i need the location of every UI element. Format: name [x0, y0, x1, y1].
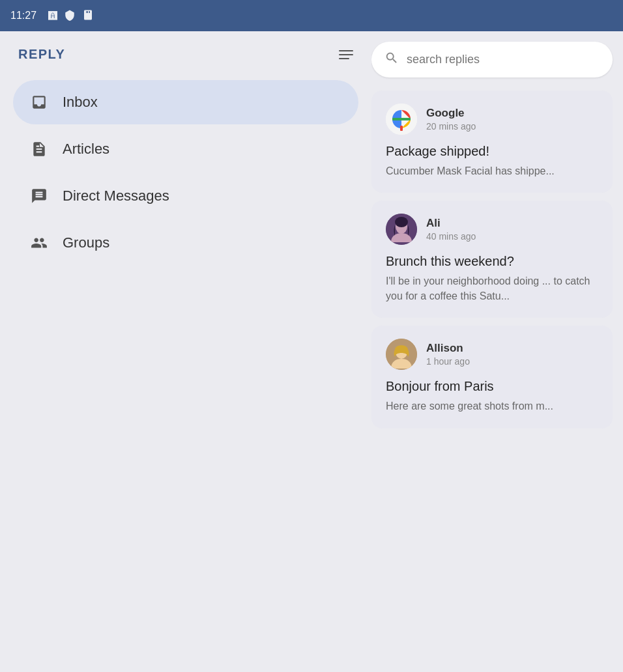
app-title: REPLY [18, 47, 65, 62]
sidebar-header: REPLY [13, 47, 358, 62]
avatar-ali [386, 214, 417, 245]
articles-icon [29, 139, 50, 160]
search-icon [384, 51, 399, 68]
message-preview-allison: Here are some great shots from m... [386, 399, 598, 413]
svg-rect-2 [392, 118, 411, 120]
message-header-ali: Ali 40 mins ago [386, 214, 598, 245]
sidebar-item-groups-label: Groups [63, 234, 109, 251]
message-header-allison: Allison 1 hour ago [386, 339, 598, 370]
app-container: REPLY Inbox Articles Direct Messag [0, 31, 623, 672]
sender-name-ali: Ali [426, 217, 476, 230]
sender-name-google: Google [426, 107, 476, 120]
avatar-allison [386, 339, 417, 370]
message-card-ali[interactable]: Ali 40 mins ago Brunch this weekend? I'l… [371, 201, 613, 318]
svg-point-5 [395, 217, 408, 227]
sidebar-item-direct-messages[interactable]: Direct Messages [13, 174, 358, 218]
sidebar-item-direct-messages-label: Direct Messages [63, 188, 169, 204]
sidebar-item-inbox-label: Inbox [63, 94, 98, 111]
message-card-google[interactable]: Google 20 mins ago Package shipped! Cucu… [371, 91, 613, 193]
message-subject-allison: Bonjour from Paris [386, 379, 598, 394]
sidebar-item-articles-label: Articles [63, 141, 109, 158]
message-header-google: Google 20 mins ago [386, 104, 598, 135]
sender-info-google: Google 20 mins ago [426, 107, 476, 132]
sidebar: REPLY Inbox Articles Direct Messag [0, 31, 371, 672]
message-time-google: 20 mins ago [426, 121, 476, 132]
sender-info-ali: Ali 40 mins ago [426, 217, 476, 242]
menu-line-2 [339, 54, 353, 55]
sidebar-item-inbox[interactable]: Inbox [13, 80, 358, 124]
message-preview-google: Cucumber Mask Facial has shippe... [386, 164, 598, 178]
message-subject-google: Package shipped! [386, 144, 598, 159]
status-time: 11:27 [10, 10, 36, 21]
message-card-allison[interactable]: Allison 1 hour ago Bonjour from Paris He… [371, 326, 613, 428]
groups-icon [29, 232, 50, 253]
sd-card-icon [82, 9, 94, 23]
direct-messages-icon [29, 186, 50, 206]
menu-line-1 [339, 50, 353, 51]
sidebar-item-articles[interactable]: Articles [13, 127, 358, 171]
message-time-allison: 1 hour ago [426, 356, 470, 367]
menu-line-3 [339, 58, 349, 59]
message-subject-ali: Brunch this weekend? [386, 254, 598, 269]
shield-icon [64, 9, 76, 23]
messages-list: Google 20 mins ago Package shipped! Cucu… [371, 91, 623, 428]
search-input[interactable] [407, 53, 600, 66]
svg-rect-1 [400, 126, 403, 131]
menu-toggle-button[interactable] [339, 50, 353, 59]
inbox-icon [29, 92, 50, 113]
message-time-ali: 40 mins ago [426, 231, 476, 242]
sender-name-allison: Allison [426, 342, 470, 355]
search-bar[interactable] [371, 42, 613, 77]
sender-info-allison: Allison 1 hour ago [426, 342, 470, 367]
right-panel: Google 20 mins ago Package shipped! Cucu… [371, 31, 623, 672]
sidebar-item-groups[interactable]: Groups [13, 221, 358, 265]
avatar-google [386, 104, 417, 135]
keyboard-icon: 🅰 [48, 10, 57, 21]
status-bar: 11:27 🅰 [0, 0, 623, 31]
message-preview-ali: I'll be in your neighborhood doing ... t… [386, 274, 598, 303]
